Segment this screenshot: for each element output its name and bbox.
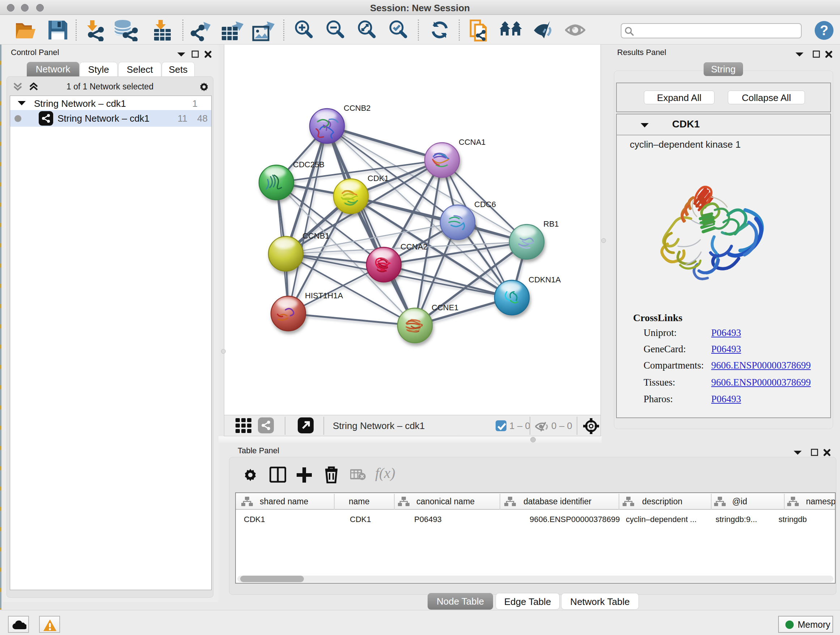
svg-text:CCNB2: CCNB2	[344, 103, 371, 112]
svg-text:HIST1H1A: HIST1H1A	[305, 291, 343, 300]
svg-text:CDK1: CDK1	[368, 174, 389, 183]
svg-text:CCNB1: CCNB1	[302, 231, 330, 241]
svg-text:CDC25B: CDC25B	[293, 160, 325, 169]
svg-text:CCNE1: CCNE1	[431, 303, 459, 312]
svg-text:CCNA1: CCNA1	[459, 138, 486, 147]
svg-text:CDKN1A: CDKN1A	[529, 275, 561, 284]
svg-text:CCNA2: CCNA2	[401, 242, 428, 251]
svg-text:CDC6: CDC6	[474, 200, 496, 209]
svg-text:RB1: RB1	[543, 219, 559, 228]
